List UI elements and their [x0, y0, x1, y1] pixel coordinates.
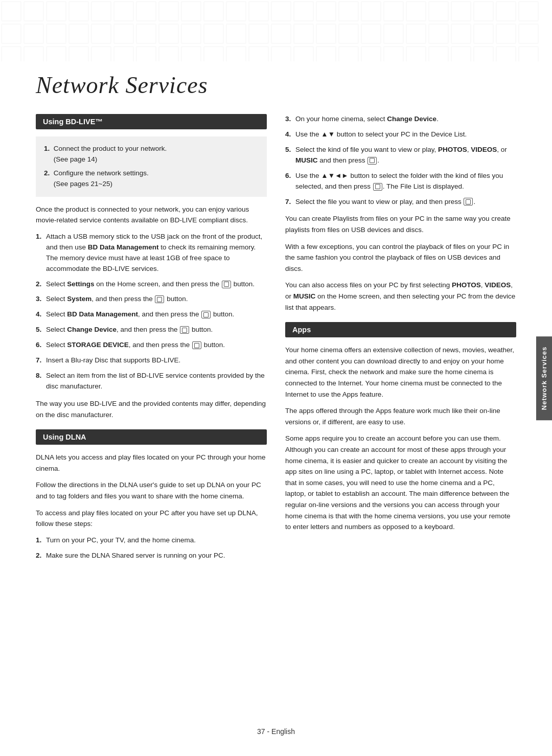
bd-live-steps: 1. Attach a USB memory stick to the USB … — [36, 232, 267, 392]
dlna-step-3: 3. On your home cinema, select Change De… — [285, 114, 516, 125]
bd-live-step-2: 2. Select Settings on the Home screen, a… — [36, 279, 267, 290]
intro-item-2: 2. Configure the network settings. (See … — [44, 168, 259, 190]
dlna-step-7: 7. Select the file you want to view or p… — [285, 197, 516, 208]
dlna-steps-right: 3. On your home cinema, select Change De… — [285, 114, 516, 207]
column-left: Using BD-LIVE™ 1. Connect the product to… — [36, 114, 267, 567]
footer: 37 - English — [0, 727, 552, 736]
dlna-intro: DLNA lets you access and play files loca… — [36, 452, 267, 474]
bd-live-closing-note: The way you use BD-LIVE and the provided… — [36, 398, 267, 420]
apps-para1: Your home cinema offers an extensive col… — [285, 345, 516, 400]
button-icon — [222, 281, 231, 288]
page-container: for(let i=0;i<200;i++){ document.current… — [0, 0, 552, 756]
bd-live-step-7: 7. Insert a Blu-ray Disc that supports B… — [36, 355, 267, 366]
bd-live-intro-note: Once the product is connected to your ne… — [36, 204, 267, 226]
button-icon — [367, 157, 377, 165]
apps-header: Apps — [285, 322, 516, 337]
dlna-para3: To access and play files located on your… — [36, 508, 267, 530]
bd-live-step-5: 5. Select Change Device, and then press … — [36, 325, 267, 335]
page-number: 37 - English — [257, 727, 295, 736]
dlna-right-para2: With a few exceptions, you can control t… — [285, 241, 516, 274]
bd-live-step-1: 1. Attach a USB memory stick to the USB … — [36, 232, 267, 274]
bd-live-header: Using BD-LIVE™ — [36, 114, 267, 129]
bd-live-step-8: 8. Select an item from the list of BD-LI… — [36, 371, 267, 392]
button-icon — [464, 198, 473, 205]
button-icon — [180, 326, 189, 334]
button-icon — [155, 295, 164, 303]
watermark-top: for(let i=0;i<200;i++){ document.current… — [0, 0, 552, 61]
intro-item-1: 1. Connect the product to your network. … — [44, 144, 259, 165]
dlna-right-para3: You can also access files on your PC by … — [285, 280, 516, 313]
dlna-header: Using DLNA — [36, 429, 267, 445]
dlna-step-5: 5. Select the kind of file you want to v… — [285, 145, 516, 166]
apps-para3: Some apps require you to create an accou… — [285, 433, 516, 532]
button-icon — [201, 311, 211, 318]
dlna-steps-left: 1. Turn on your PC, your TV, and the hom… — [36, 535, 267, 561]
content-columns: Using BD-LIVE™ 1. Connect the product to… — [36, 114, 516, 567]
bd-live-intro-box: 1. Connect the product to your network. … — [36, 136, 267, 197]
column-right: 3. On your home cinema, select Change De… — [285, 114, 516, 567]
dlna-step-1: 1. Turn on your PC, your TV, and the hom… — [36, 535, 267, 546]
button-icon — [192, 341, 201, 349]
page-title: Network Services — [36, 72, 516, 99]
bd-live-step-4: 4. Select BD Data Management, and then p… — [36, 309, 267, 320]
bd-live-step-6: 6. Select STORAGE DEVICE, and then press… — [36, 340, 267, 351]
dlna-step-4: 4. Use the ▲▼ button to select your PC i… — [285, 129, 516, 140]
bd-live-step-3: 3. Select System, and then press the but… — [36, 294, 267, 305]
side-tab: Network Services — [536, 336, 552, 420]
dlna-right-para1: You can create Playlists from files on y… — [285, 213, 516, 235]
dlna-step-6: 6. Use the ▲▼◄► button to select the fol… — [285, 171, 516, 192]
apps-para2: The apps offered through the Apps featur… — [285, 405, 516, 427]
dlna-para2: Follow the directions in the DLNA user's… — [36, 479, 267, 501]
dlna-step-2: 2. Make sure the DLNA Shared server is r… — [36, 551, 267, 561]
button-icon — [373, 183, 382, 191]
